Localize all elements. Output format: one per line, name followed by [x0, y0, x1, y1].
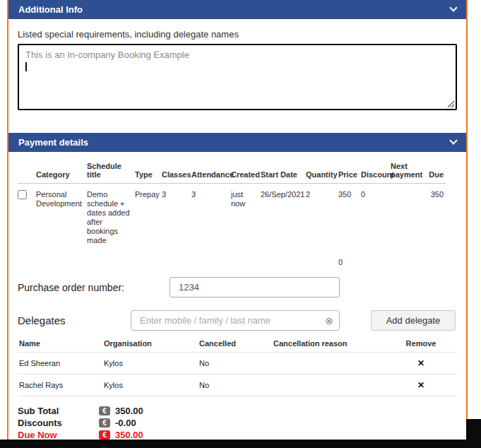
- requirements-label: Listed special requirements, including d…: [18, 29, 457, 40]
- col-next-payment: Next payment: [391, 158, 424, 184]
- remove-delegate-icon[interactable]: ✕: [417, 380, 424, 390]
- delegate-cancelled: No: [198, 375, 272, 396]
- sub-total-value: 350.00: [115, 406, 143, 416]
- special-requirements-textarea[interactable]: This is an In-company Booking Example: [18, 44, 457, 110]
- price-total: 0: [338, 248, 361, 270]
- delegate-cancelled: No: [198, 353, 272, 375]
- page-bottom-background: [0, 440, 481, 448]
- cell-attendance: 3: [191, 184, 231, 249]
- discounts-value: -0.00: [115, 418, 136, 428]
- delegates-title: Delegates: [18, 314, 131, 326]
- delegate-search-input[interactable]: [131, 310, 340, 331]
- col-name: Name: [18, 335, 102, 353]
- payment-details-header[interactable]: Payment details: [8, 133, 466, 152]
- col-cancellation-reason: Cancellation reason: [272, 335, 385, 353]
- col-type: Type: [135, 158, 162, 184]
- additional-info-header[interactable]: Additional Info: [8, 0, 466, 19]
- sub-total-label: Sub Total: [18, 406, 99, 416]
- cell-quantity: 2: [306, 184, 338, 249]
- booking-modal: Additional Info Listed special requireme…: [7, 0, 468, 446]
- discounts-label: Discounts: [18, 418, 99, 428]
- euro-badge: €: [99, 406, 110, 415]
- delegates-row: Delegates ⊗ Add delegate: [18, 310, 457, 331]
- payment-details-title: Payment details: [18, 137, 88, 148]
- col-start-date: Start Date: [261, 158, 306, 184]
- delegate-row: Ed Sheeran Kylos No ✕: [18, 353, 457, 375]
- col-created: Created: [231, 158, 261, 184]
- col-classes: Classes: [162, 158, 191, 184]
- col-attendance: Attendance: [191, 158, 231, 184]
- cell-discount: 0: [361, 184, 391, 249]
- purchase-order-input[interactable]: [170, 277, 340, 297]
- payment-summary: Sub Total € 350.00 Discounts € -0.00 Due…: [18, 405, 457, 444]
- cell-due: 350: [424, 184, 446, 249]
- clear-search-icon[interactable]: ⊗: [325, 315, 333, 325]
- delegate-row: Rachel Rays Kylos No ✕: [18, 375, 457, 396]
- add-delegate-button[interactable]: Add delegate: [371, 310, 456, 331]
- purchase-order-label: Purchase order number:: [18, 282, 170, 293]
- payment-table-totals-row: 0: [18, 248, 446, 270]
- scrollbar-corner: [466, 419, 481, 448]
- col-organisation: Organisation: [102, 335, 198, 353]
- remove-delegate-icon[interactable]: ✕: [417, 358, 424, 368]
- cell-created: just now: [231, 184, 261, 249]
- delegate-cancellation-reason: [272, 353, 385, 375]
- euro-badge: €: [99, 430, 110, 440]
- purchase-order-row: Purchase order number:: [18, 277, 457, 297]
- chevron-down-icon: [449, 4, 457, 11]
- due-now-value: 350.00: [115, 430, 143, 440]
- euro-badge: €: [99, 418, 110, 428]
- cell-next-payment: [391, 184, 424, 249]
- delegate-organisation: Kylos: [102, 353, 198, 375]
- textarea-text: This is an In-company Booking Example: [25, 49, 189, 60]
- chevron-down-icon: [449, 136, 457, 144]
- col-due: Due: [424, 158, 446, 184]
- additional-info-body: Listed special requirements, including d…: [8, 29, 466, 110]
- payment-table: Category Schedule title Type Classes Att…: [18, 158, 446, 270]
- col-price: Price: [338, 158, 361, 184]
- col-category: Category: [36, 158, 87, 184]
- resize-grip-icon[interactable]: [447, 100, 455, 108]
- payment-row-checkbox[interactable]: [18, 190, 27, 199]
- select-all-header: [18, 158, 36, 184]
- text-caret: [25, 62, 27, 71]
- payment-table-row: Personal Development Demo schedule + dat…: [18, 184, 446, 249]
- col-discount: Discount: [361, 158, 391, 184]
- delegate-search-wrap: ⊗: [131, 310, 340, 331]
- col-schedule-title: Schedule title: [87, 158, 135, 184]
- delegates-table: Name Organisation Cancelled Cancellation…: [18, 335, 457, 396]
- delegates-table-header-row: Name Organisation Cancelled Cancellation…: [18, 335, 457, 353]
- cell-classes: 3: [162, 184, 191, 249]
- payment-table-header-row: Category Schedule title Type Classes Att…: [18, 158, 446, 184]
- col-cancelled: Cancelled: [198, 335, 272, 353]
- discounts-row: Discounts € -0.00: [18, 417, 457, 429]
- cell-schedule-title: Demo schedule + dates added after bookin…: [87, 184, 135, 249]
- delegate-organisation: Kylos: [102, 375, 198, 396]
- delegate-name: Rachel Rays: [18, 375, 102, 396]
- payment-details-body: Category Schedule title Type Classes Att…: [8, 158, 466, 444]
- due-now-label: Due Now: [18, 430, 99, 440]
- col-quantity: Quantity: [306, 158, 338, 184]
- additional-info-title: Additional Info: [18, 4, 83, 15]
- cell-start-date: 26/Sep/2021: [261, 184, 306, 249]
- cell-price: 350: [338, 184, 361, 249]
- col-remove: Remove: [385, 335, 457, 353]
- sub-total-row: Sub Total € 350.00: [18, 405, 457, 417]
- cell-type: Prepay: [135, 184, 162, 249]
- cell-category: Personal Development: [36, 184, 87, 249]
- delegate-name: Ed Sheeran: [18, 353, 102, 375]
- delegate-cancellation-reason: [272, 375, 385, 396]
